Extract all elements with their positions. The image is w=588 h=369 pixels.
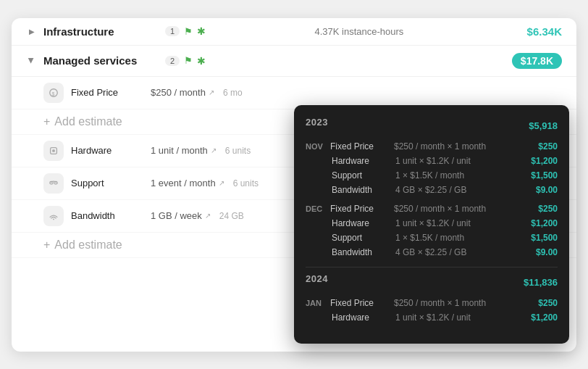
tooltip-jan-fixed-name: Fixed Price — [330, 298, 388, 308]
tooltip-dec-bandwidth-row: Bandwidth 4 GB × $2.25 / GB $9.00 — [306, 245, 558, 260]
add-estimate-2-label: Add estimate — [54, 239, 122, 252]
support-trend-icon: ↗ — [219, 179, 224, 187]
managed-star-icon: ✱ — [197, 55, 206, 67]
hardware-title: Hardware — [71, 145, 143, 156]
infrastructure-meta: 1 ⚑ ✱ — [165, 25, 206, 37]
tooltip-dec-support-formula: 1 × $1.5K / month — [395, 233, 521, 243]
support-title: Support — [71, 178, 143, 188]
hardware-trend-icon: ↗ — [211, 146, 217, 154]
tooltip-jan-hardware-formula: 1 unit × $1.2K / unit — [395, 312, 521, 323]
fixed-price-icon: $ — [43, 83, 64, 103]
tooltip-divider — [306, 267, 558, 268]
tooltip-2023-total: $5,918 — [529, 120, 558, 131]
tooltip-jan-fixed-amount: $250 — [521, 298, 558, 308]
tooltip-nov-label: NOV — [306, 142, 330, 151]
tooltip-2023-year-label: 2023 — [306, 117, 328, 128]
collapse-managed-icon[interactable]: ▶ — [26, 55, 38, 67]
tooltip-nov-group: NOV Fixed Price $250 / month × 1 month $… — [306, 139, 558, 197]
tooltip-dec-fixed-formula: $250 / month × 1 month — [394, 204, 521, 214]
tooltip-nov-fixed-formula: $250 / month × 1 month — [394, 141, 521, 152]
tooltip-jan-label: JAN — [306, 299, 330, 307]
support-months: 6 units — [233, 178, 259, 188]
tooltip-dec-support-amount: $1,500 — [521, 233, 558, 243]
infrastructure-badge: 1 — [165, 26, 180, 36]
support-detail: 1 event / month — [151, 178, 216, 188]
tooltip-nov-support-formula: 1 × $1.5K / month — [395, 170, 521, 181]
managed-title: Managed services — [43, 54, 159, 67]
add-icon-2: + — [43, 239, 50, 252]
tooltip-dec-fixed-amount: $250 — [521, 204, 558, 214]
tooltip-dec-hardware-name: Hardware — [332, 218, 390, 228]
tooltip-dec-group: DEC Fixed Price $250 / month × 1 month $… — [306, 202, 558, 260]
expand-infrastructure-icon[interactable]: ▶ — [26, 25, 38, 37]
managed-flag-icon: ⚑ — [184, 55, 193, 66]
tooltip-jan-hardware-name: Hardware — [332, 312, 390, 323]
tooltip-jan-hardware-amount: $1,200 — [521, 312, 558, 323]
tooltip-2024-header: 2024 $11,836 — [306, 273, 558, 291]
tooltip-dec-label: DEC — [306, 204, 330, 213]
tooltip-nov-support-row: Support 1 × $1.5K / month $1,500 — [306, 168, 558, 183]
tooltip-jan-fixed-row: JAN Fixed Price $250 / month × 1 month $… — [306, 296, 558, 310]
managed-amount: $17.8K — [512, 53, 562, 69]
infrastructure-star-icon: ✱ — [197, 25, 206, 37]
add-estimate-1-label: Add estimate — [54, 115, 122, 128]
tooltip-nov-bandwidth-row: Bandwidth 4 GB × $2.25 / GB $9.00 — [306, 183, 558, 197]
tooltip-nov-bandwidth-amount: $9.00 — [521, 185, 558, 195]
tooltip-2024-total: $11,836 — [524, 277, 558, 288]
infrastructure-detail: 4.37K instance-hours — [314, 26, 403, 37]
tooltip-dec-support-row: Support 1 × $1.5K / month $1,500 — [306, 231, 558, 245]
fixed-price-row: $ Fixed Price $250 / month ↗ 6 mo — [12, 77, 576, 109]
tooltip-dec-hardware-row: Hardware 1 unit × $1.2K / unit $1,200 — [306, 216, 558, 231]
bandwidth-icon — [43, 206, 64, 226]
bandwidth-months: 24 GB — [219, 211, 244, 221]
tooltip-dec-bandwidth-amount: $9.00 — [521, 247, 558, 257]
infrastructure-amount: $6.34K — [527, 25, 562, 38]
tooltip-nov-support-amount: $1,500 — [521, 170, 558, 181]
breakdown-tooltip: 2023 $5,918 NOV Fixed Price $250 / month… — [294, 105, 569, 344]
tooltip-jan-group: JAN Fixed Price $250 / month × 1 month $… — [306, 296, 558, 325]
tooltip-2024-year-label: 2024 — [306, 273, 328, 284]
tooltip-nov-fixed-amount: $250 — [521, 141, 558, 152]
fixed-price-title: Fixed Price — [71, 87, 143, 98]
tooltip-dec-support-name: Support — [332, 233, 390, 243]
managed-services-row: ▶ Managed services 2 ⚑ ✱ $17.8K — [12, 46, 576, 77]
tooltip-nov-bandwidth-formula: 4 GB × $2.25 / GB — [395, 185, 521, 195]
infrastructure-title: Infrastructure — [43, 25, 159, 38]
tooltip-nov-hardware-amount: $1,200 — [521, 156, 558, 166]
tooltip-jan-hardware-row: Hardware 1 unit × $1.2K / unit $1,200 — [306, 310, 558, 325]
tooltip-dec-hardware-formula: 1 unit × $1.2K / unit — [395, 218, 521, 228]
tooltip-2023-header: 2023 $5,918 — [306, 117, 558, 135]
bandwidth-detail: 1 GB / week — [151, 210, 202, 221]
main-card: ▶ Infrastructure 1 ⚑ ✱ 4.37K instance-ho… — [12, 18, 576, 352]
fixed-price-months: 6 mo — [223, 88, 243, 98]
hardware-icon — [43, 141, 64, 161]
tooltip-nov-fixed-row: NOV Fixed Price $250 / month × 1 month $… — [306, 139, 558, 154]
tooltip-dec-bandwidth-name: Bandwidth — [332, 247, 390, 257]
tooltip-2023-section: 2023 $5,918 NOV Fixed Price $250 / month… — [306, 117, 558, 260]
tooltip-nov-support-name: Support — [332, 170, 390, 181]
tooltip-dec-bandwidth-formula: 4 GB × $2.25 / GB — [395, 247, 521, 257]
managed-badge: 2 — [165, 56, 180, 66]
managed-meta: 2 ⚑ ✱ — [165, 55, 206, 67]
tooltip-dec-fixed-name: Fixed Price — [330, 204, 388, 214]
svg-text:$: $ — [51, 91, 54, 96]
add-icon-1: + — [43, 115, 50, 128]
svg-point-6 — [53, 218, 54, 220]
bandwidth-trend-icon: ↗ — [205, 212, 211, 220]
tooltip-nov-bandwidth-name: Bandwidth — [332, 185, 390, 195]
hardware-months: 6 units — [225, 146, 251, 156]
tooltip-nov-hardware-formula: 1 unit × $1.2K / unit — [395, 156, 521, 166]
infrastructure-flag-icon: ⚑ — [184, 26, 193, 37]
tooltip-dec-fixed-row: DEC Fixed Price $250 / month × 1 month $… — [306, 202, 558, 216]
tooltip-dec-hardware-amount: $1,200 — [521, 218, 558, 228]
bandwidth-title: Bandwidth — [71, 210, 143, 221]
support-icon — [43, 173, 64, 194]
tooltip-nov-hardware-row: Hardware 1 unit × $1.2K / unit $1,200 — [306, 154, 558, 168]
tooltip-2024-section: 2024 $11,836 JAN Fixed Price $250 / mont… — [306, 273, 558, 325]
fixed-price-detail: $250 / month — [151, 87, 206, 98]
fixed-price-trend-icon: ↗ — [209, 88, 214, 96]
tooltip-jan-fixed-formula: $250 / month × 1 month — [394, 298, 521, 308]
tooltip-nov-hardware-name: Hardware — [332, 156, 390, 166]
tooltip-nov-fixed-name: Fixed Price — [330, 141, 388, 152]
hardware-detail: 1 unit / month — [151, 145, 208, 156]
